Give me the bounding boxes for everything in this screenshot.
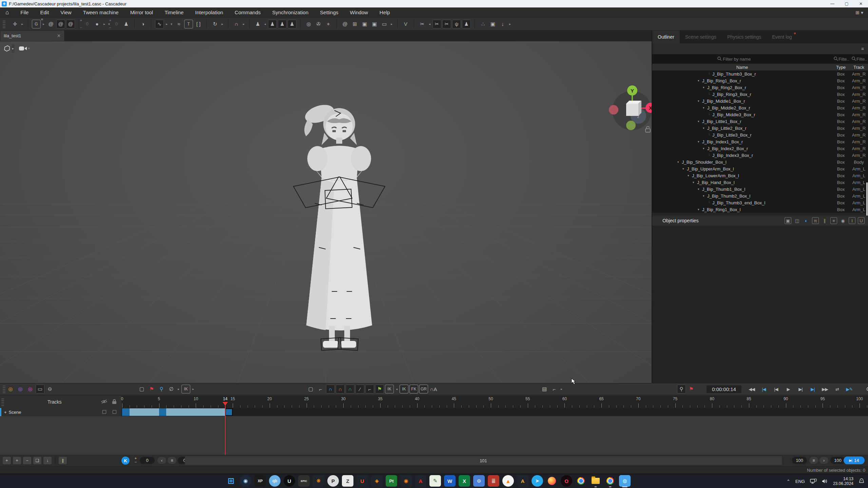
timeline-zoom-strip[interactable]: 101 bbox=[185, 456, 782, 465]
taskbar-windows-start[interactable]: ⊞ bbox=[225, 475, 237, 487]
taskbar-epic-games[interactable]: EPIC bbox=[298, 475, 310, 487]
taskbar-firefox[interactable] bbox=[546, 475, 558, 487]
step-mode-icon[interactable]: ⌐ bbox=[316, 385, 325, 393]
taskbar-file-explorer[interactable] bbox=[590, 475, 601, 487]
tree-expand-icon[interactable]: ▾ bbox=[703, 106, 707, 109]
film-range-icon[interactable]: ▤ bbox=[540, 385, 549, 393]
filter-type-input[interactable] bbox=[832, 54, 850, 64]
column-name[interactable]: Name bbox=[652, 65, 832, 70]
language-indicator[interactable]: ENG bbox=[795, 479, 805, 484]
tree-expand-icon[interactable]: ▾ bbox=[698, 120, 702, 123]
track-dropdown-icon[interactable]: ▸ bbox=[508, 20, 512, 28]
scene-track-header[interactable]: + Scene bbox=[0, 408, 121, 416]
add-to-folder-icon[interactable]: + bbox=[13, 457, 21, 464]
outliner-row[interactable]: ▾J_Bip_Little1_Box_rBoxArm_R bbox=[652, 118, 868, 125]
tab-physics-settings[interactable]: Physics settings bbox=[722, 30, 767, 43]
interval-mode-icon[interactable]: ▭ bbox=[36, 385, 44, 393]
outliner-row[interactable]: ▾J_Bip_Hand_Box_lBoxArm_L bbox=[652, 179, 868, 186]
outliner-row[interactable]: ▾J_Bip_Index1_Box_rBoxArm_R bbox=[652, 138, 868, 145]
leaf-flag-icon[interactable]: ⚑ bbox=[375, 385, 384, 393]
arc-dropdown-icon[interactable]: ▸ bbox=[242, 20, 246, 28]
outliner-row[interactable]: ▾J_Bip_Little2_Box_rBoxArm_R bbox=[652, 125, 868, 131]
auto-arch-icon[interactable]: ∩A bbox=[429, 385, 438, 393]
hide-all-icon[interactable] bbox=[101, 399, 107, 404]
runner-lock-icon[interactable]: ♟ bbox=[278, 20, 287, 28]
step-selected-icon[interactable]: ⌐ bbox=[365, 385, 374, 393]
props-u-icon[interactable]: U bbox=[858, 217, 865, 224]
runner-prev-icon[interactable]: ◂ bbox=[263, 20, 267, 28]
taskbar-cascadeur[interactable]: ◍ bbox=[619, 475, 631, 487]
maximize-button[interactable]: ▢ bbox=[840, 0, 854, 7]
filter-track-input[interactable] bbox=[850, 54, 868, 64]
ik-prev-icon[interactable]: ◂ bbox=[395, 385, 399, 393]
minimize-button[interactable]: — bbox=[825, 0, 840, 7]
scene-lock-checkbox[interactable] bbox=[113, 410, 116, 414]
outliner-row[interactable]: ▾J_Bip_Ring1_Box_rBoxArm_R bbox=[652, 77, 868, 84]
tree-expand-icon[interactable]: ▾ bbox=[698, 99, 702, 103]
tab-outliner[interactable]: Outliner bbox=[652, 30, 680, 43]
toolbar-grip[interactable] bbox=[3, 20, 5, 28]
playhead-line[interactable] bbox=[225, 405, 226, 455]
taskbar-pureref[interactable]: P bbox=[327, 475, 339, 487]
menu-timeline[interactable]: Timeline bbox=[165, 9, 184, 15]
next-key-button[interactable]: ▶| bbox=[807, 385, 818, 393]
runner-main-icon[interactable]: ♟ bbox=[253, 20, 262, 28]
tree-expand-icon[interactable]: ▾ bbox=[698, 79, 702, 82]
next-frame-button[interactable]: ▶| bbox=[795, 385, 806, 393]
arc-add-tool-icon[interactable]: ∩ bbox=[232, 20, 241, 28]
taskbar-telegram[interactable]: ➤ bbox=[532, 475, 543, 487]
arch-orange-icon[interactable]: ∩ bbox=[336, 385, 345, 393]
filter-name-input[interactable] bbox=[652, 54, 832, 64]
tree-expand-icon[interactable]: ▾ bbox=[677, 160, 682, 164]
taskbar-magnifier-app[interactable]: ⊙ bbox=[473, 475, 485, 487]
jump-back-button[interactable]: ◀◀ bbox=[746, 385, 757, 393]
tree-expand-icon[interactable]: ▾ bbox=[703, 147, 707, 150]
gizmo-lock-icon[interactable] bbox=[644, 125, 651, 133]
dot-tool-icon[interactable]: ● bbox=[93, 20, 101, 28]
box-select-icon[interactable]: ▢ bbox=[137, 385, 146, 393]
red-pin-icon[interactable]: ⚑ bbox=[687, 385, 696, 393]
tree-expand-icon[interactable]: ▾ bbox=[698, 208, 702, 211]
loop-button[interactable]: ⇄ bbox=[831, 385, 843, 393]
add-key-purple-icon[interactable]: ◎ bbox=[16, 385, 25, 393]
taskbar-xppen[interactable]: XP bbox=[254, 475, 266, 487]
outliner-row[interactable]: └J_Bip_Middle3_Box_rBoxArm_R bbox=[652, 111, 868, 118]
props-half-dot-icon[interactable]: ◐ bbox=[803, 217, 810, 224]
v-tool-icon[interactable]: V bbox=[401, 20, 410, 28]
outliner-row[interactable]: ▾J_Bip_Ring1_Box_lBoxArm_L bbox=[652, 206, 868, 213]
start-frame-stepper[interactable]: +− bbox=[134, 456, 138, 465]
layer-remove-tool-icon[interactable]: ▣ bbox=[370, 20, 379, 28]
outliner-row[interactable]: ▾J_Bip_Thumb2_Box_lBoxArm_L bbox=[652, 192, 868, 199]
outliner-scrollbar[interactable] bbox=[866, 182, 868, 216]
rect-tool-icon[interactable]: ▭ bbox=[380, 20, 389, 28]
column-type[interactable]: Type bbox=[832, 65, 850, 70]
ghost-mode-icon[interactable]: GR bbox=[32, 20, 41, 28]
spiral-b-icon[interactable]: @ bbox=[56, 20, 65, 28]
remove-key-icon[interactable]: ⊖ bbox=[45, 385, 54, 393]
outliner-row[interactable]: └J_Bip_Thumb3_Box_rBoxArm_R bbox=[652, 70, 868, 77]
clock[interactable]: 14:13 23.06.2024 bbox=[833, 476, 853, 486]
pin-playhead-icon[interactable]: ⚲ bbox=[677, 385, 686, 393]
duplicate-icon[interactable]: ❏ bbox=[33, 457, 41, 464]
outliner-row[interactable]: ▾J_Bip_Shoulder_Box_lBoxBody bbox=[652, 159, 868, 165]
outliner-row[interactable]: ▾J_Bip_Middle1_Box_rBoxArm_R bbox=[652, 98, 868, 104]
hand-tool-icon[interactable]: ψ bbox=[452, 20, 461, 28]
ik-btn-icon[interactable]: IK bbox=[400, 385, 408, 393]
arch-blue-icon[interactable]: ∩ bbox=[326, 385, 335, 393]
suppress-tool-icon[interactable]: ∅ bbox=[167, 385, 176, 393]
outliner-row[interactable]: ▾J_Bip_Middle2_Box_rBoxArm_R bbox=[652, 104, 868, 111]
frames-stepper-icon[interactable]: 0 bbox=[112, 20, 121, 28]
perspective-cube-button[interactable]: ▸ bbox=[3, 44, 15, 53]
prev-frame-button[interactable]: |◀ bbox=[770, 385, 782, 393]
add-key-orange-icon[interactable]: ◎ bbox=[6, 385, 15, 393]
spiral-c-icon[interactable]: @ bbox=[66, 20, 75, 28]
jump-forward-button[interactable]: ▶▶ bbox=[819, 385, 831, 393]
tree-expand-icon[interactable]: ▾ bbox=[693, 181, 697, 184]
runner-alt-icon[interactable]: ♟ bbox=[288, 20, 296, 28]
add-key-magenta-icon[interactable]: ◎ bbox=[26, 385, 35, 393]
tree-expand-icon[interactable]: ▾ bbox=[682, 167, 687, 170]
props-pi-icon[interactable]: π bbox=[812, 217, 819, 224]
start-frame-value[interactable]: 0 bbox=[140, 457, 155, 464]
keyframe-block[interactable] bbox=[159, 408, 167, 416]
arch-green-icon[interactable]: ∩ bbox=[346, 385, 354, 393]
